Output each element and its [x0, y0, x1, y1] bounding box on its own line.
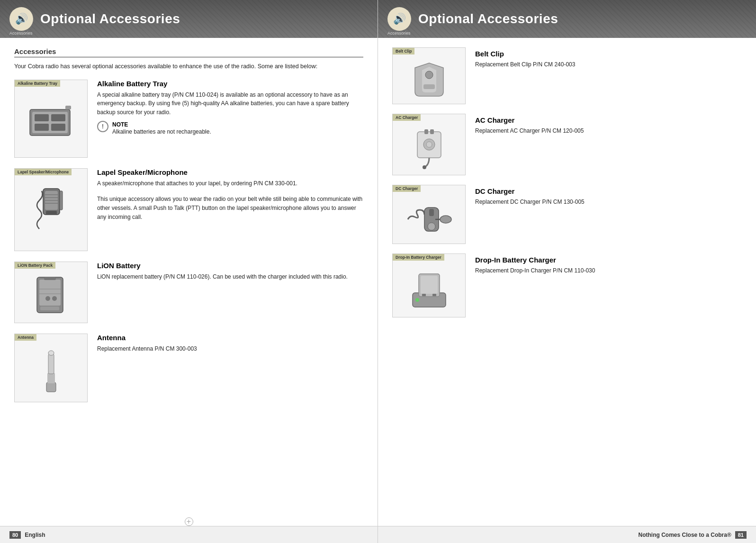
- center-crosshair: [185, 517, 193, 526]
- right-page-number: 81: [735, 531, 747, 539]
- lapel-mic-label: Lapel Speaker/Microphone: [15, 169, 72, 175]
- svg-rect-17: [44, 277, 56, 280]
- page-left: 🔊 Optional Accessories Accessories Acces…: [0, 0, 378, 543]
- lapel-mic-svg: [25, 181, 77, 243]
- intro-text: Your Cobra radio has several optional ac…: [14, 62, 363, 71]
- lapel-mic-desc: A speaker/microphone that attaches to yo…: [97, 179, 363, 188]
- dc-charger-label: DC Charger: [393, 185, 421, 192]
- header-icon-left: 🔊: [9, 7, 33, 31]
- lapel-mic-image: [15, 169, 87, 251]
- svg-rect-6: [65, 106, 71, 109]
- svg-rect-31: [430, 129, 434, 134]
- right-footer-right: Nothing Comes Close to a Cobra® 81: [387, 531, 747, 539]
- left-page-number: 80: [9, 531, 21, 539]
- ac-charger-desc: Replacement AC Charger P/N CM 120-005: [475, 127, 742, 135]
- left-footer-text: English: [25, 532, 45, 538]
- svg-rect-18: [40, 307, 59, 310]
- svg-point-28: [425, 71, 433, 79]
- svg-rect-14: [60, 191, 63, 210]
- svg-point-42: [415, 298, 419, 302]
- svg-rect-25: [48, 354, 54, 374]
- ac-charger-name: AC Charger: [475, 116, 742, 124]
- belt-clip-name: Belt Clip: [475, 50, 742, 58]
- lapel-mic-item: Lapel Speaker/Microphone: [14, 168, 363, 251]
- alkaline-battery-image: [15, 80, 87, 157]
- ac-charger-text: AC Charger Replacement AC Charger P/N CM…: [475, 114, 742, 135]
- ac-charger-svg: [405, 125, 453, 172]
- ac-charger-item: AC Charger AC Charger Replacement AC Cha…: [392, 114, 742, 175]
- belt-clip-item: Belt Clip Belt Clip Replacement Belt Cli…: [392, 47, 742, 104]
- note-icon: !: [97, 121, 108, 132]
- lapel-mic-desc2: This unique accessory allows you to wear…: [97, 195, 363, 221]
- drop-in-charger-svg: [405, 264, 453, 314]
- dc-charger-name: DC Charger: [475, 187, 742, 195]
- footer-rest: Comes Close to a Cobra: [661, 532, 727, 538]
- svg-point-38: [440, 216, 451, 223]
- drop-in-charger-image-box: Drop-In Battery Charger: [392, 253, 466, 317]
- alkaline-battery-name: Alkaline Battery Tray: [97, 80, 363, 88]
- svg-point-36: [428, 223, 435, 230]
- lion-battery-label: LiON Battery Pack: [15, 262, 55, 269]
- drop-in-charger-label: Drop-In Battery Charger: [393, 254, 444, 261]
- svg-rect-24: [47, 373, 55, 383]
- left-header: 🔊 Optional Accessories Accessories: [0, 0, 378, 38]
- drop-in-charger-item: Drop-In Battery Charger Drop-In Battery …: [392, 253, 742, 317]
- svg-rect-44: [432, 294, 436, 296]
- alkaline-battery-svg: [25, 95, 77, 147]
- right-header: 🔊 Optional Accessories Accessories: [378, 0, 756, 38]
- svg-point-21: [45, 296, 50, 301]
- dc-charger-desc: Replacement DC Charger P/N CM 130-005: [475, 198, 742, 206]
- antenna-item: Antenna Antenna Replacement Antenna P/N …: [14, 334, 363, 402]
- left-accessories-label: Accessories: [9, 31, 33, 36]
- page-right: 🔊 Optional Accessories Accessories Belt …: [378, 0, 756, 543]
- right-content: Belt Clip Belt Clip Replacement Belt Cli…: [378, 38, 756, 526]
- left-footer: 80 English: [0, 526, 378, 543]
- belt-clip-desc: Replacement Belt Clip P/N CM 240-003: [475, 60, 742, 69]
- note-box: ! NOTE Alkaline batteries are not rechar…: [97, 121, 363, 135]
- drop-in-charger-name: Drop-In Battery Charger: [475, 256, 742, 264]
- right-header-title: Optional Accessories: [418, 11, 558, 27]
- alkaline-battery-text: Alkaline Battery Tray A special alkaline…: [97, 80, 363, 140]
- antenna-svg: [37, 344, 65, 397]
- svg-point-33: [426, 142, 432, 147]
- svg-rect-2: [35, 114, 49, 121]
- section-title: Accessories: [14, 47, 363, 57]
- ac-charger-label: AC Charger: [393, 114, 421, 121]
- antenna-label: Antenna: [15, 334, 36, 341]
- svg-rect-27: [423, 84, 435, 89]
- svg-rect-37: [429, 209, 434, 216]
- svg-rect-4: [35, 124, 49, 131]
- dc-charger-item: DC Charger DC Charger Replacement DC Cha…: [392, 185, 742, 244]
- lion-battery-image: [15, 262, 87, 323]
- belt-clip-label: Belt Clip: [393, 48, 414, 54]
- footer-tagline: Nothing Comes Close to a Cobra®: [639, 532, 731, 538]
- antenna-image: [15, 334, 87, 402]
- note-text: Alkaline batteries are not rechargeable.: [112, 128, 211, 135]
- belt-clip-svg: [405, 58, 453, 101]
- drop-in-charger-desc: Replacement Drop-In Charger P/N CM 110-0…: [475, 266, 742, 275]
- alkaline-battery-label: Alkaline Battery Tray: [15, 80, 60, 87]
- antenna-desc: Replacement Antenna P/N CM 300-003: [97, 344, 363, 353]
- antenna-name: Antenna: [97, 334, 363, 342]
- lapel-mic-text: Lapel Speaker/Microphone A speaker/micro…: [97, 168, 363, 221]
- left-content: Accessories Your Cobra radio has several…: [0, 38, 378, 526]
- svg-rect-41: [421, 276, 438, 294]
- lapel-mic-image-box: Lapel Speaker/Microphone: [14, 168, 88, 251]
- svg-rect-30: [424, 129, 428, 134]
- drop-in-charger-text: Drop-In Battery Charger Replacement Drop…: [475, 253, 742, 275]
- lapel-mic-name: Lapel Speaker/Microphone: [97, 168, 363, 176]
- ac-charger-image-box: AC Charger: [392, 114, 466, 175]
- svg-rect-43: [422, 294, 426, 296]
- antenna-image-box: Antenna: [14, 334, 88, 402]
- antenna-text: Antenna Replacement Antenna P/N CM 300-0…: [97, 334, 363, 353]
- alkaline-battery-image-box: Alkaline Battery Tray: [14, 80, 88, 158]
- svg-rect-23: [46, 382, 56, 392]
- dc-charger-svg: [403, 196, 455, 241]
- lion-battery-name: LiON Battery: [97, 262, 363, 270]
- dc-charger-text: DC Charger Replacement DC Charger P/N CM…: [475, 185, 742, 206]
- footer-trademark: ®: [727, 532, 731, 538]
- lion-battery-item: LiON Battery Pack LiON Battery: [14, 262, 363, 323]
- svg-point-26: [48, 351, 54, 355]
- note-content: NOTE Alkaline batteries are not recharge…: [112, 121, 211, 135]
- lion-battery-svg: [30, 272, 72, 317]
